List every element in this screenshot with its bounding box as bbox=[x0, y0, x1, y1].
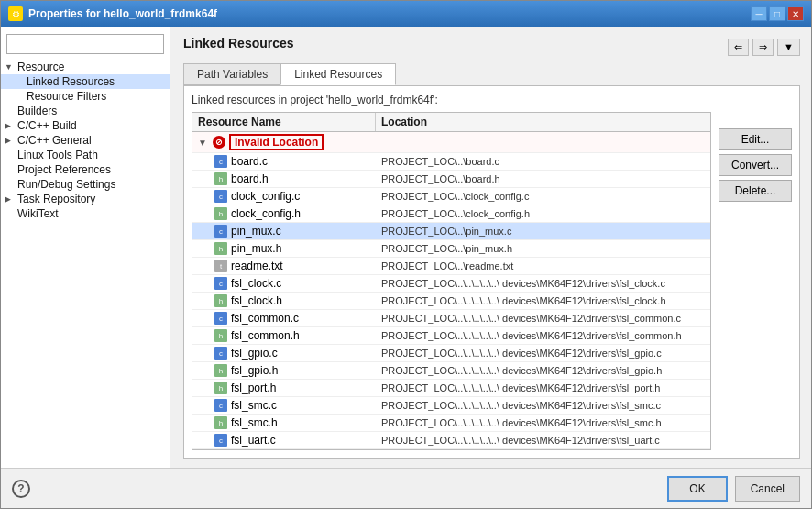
filter-input[interactable] bbox=[6, 34, 164, 54]
window-controls: ─ □ ✕ bbox=[751, 6, 804, 21]
cell-location: PROJECT_LOC\..\..\..\..\..\ devices\MK64… bbox=[376, 415, 710, 430]
main-content: ▼ Resource Linked Resources Resource Fil… bbox=[1, 27, 811, 468]
row-filename: board.h bbox=[231, 172, 269, 185]
cell-location: PROJECT_LOC\..\..\..\..\..\ devices\MK64… bbox=[376, 381, 710, 395]
title-bar: ⚙ Properties for hello_world_frdmk64f ─ … bbox=[1, 1, 811, 27]
cell-location: PROJECT_LOC\..\board.c bbox=[376, 154, 710, 169]
ok-button[interactable]: OK bbox=[667, 476, 727, 502]
tree-item-linked-resources[interactable]: Linked Resources bbox=[1, 74, 170, 89]
row-filename: fsl_common.h bbox=[231, 329, 300, 342]
cell-location: PROJECT_LOC\..\..\..\..\..\ devices\MK64… bbox=[376, 311, 710, 326]
right-panel: Linked Resources ⇐ ⇒ ▼ Path Variables Li… bbox=[170, 27, 811, 468]
table-row[interactable]: h fsl_clock.h PROJECT_LOC\..\..\..\..\..… bbox=[192, 293, 710, 310]
tree-label: Linked Resources bbox=[27, 75, 115, 88]
table-row[interactable]: h fsl_common.h PROJECT_LOC\..\..\..\..\.… bbox=[192, 327, 710, 345]
help-button[interactable]: ? bbox=[12, 480, 30, 498]
file-icon: c bbox=[214, 434, 227, 447]
invalid-location-group[interactable]: ▼ ⊘ Invalid Location bbox=[192, 132, 710, 153]
table-header: Resource Name Location bbox=[192, 113, 710, 132]
tree-label: Run/Debug Settings bbox=[17, 178, 115, 191]
minimize-button[interactable]: ─ bbox=[751, 6, 767, 21]
file-icon: h bbox=[214, 382, 227, 394]
file-icon: h bbox=[214, 364, 227, 377]
table-row[interactable]: c fsl_common.c PROJECT_LOC\..\..\..\..\.… bbox=[192, 310, 710, 327]
nav-menu-button[interactable]: ▼ bbox=[777, 39, 800, 56]
file-icon: c bbox=[214, 190, 227, 203]
invalid-location-label: Invalid Location bbox=[229, 134, 324, 150]
tree-item-resource[interactable]: ▼ Resource bbox=[1, 60, 170, 74]
table-row[interactable]: h fsl_gpio.h PROJECT_LOC\..\..\..\..\..\… bbox=[192, 362, 710, 380]
table-row[interactable]: t readme.txt PROJECT_LOC\..\readme.txt bbox=[192, 258, 710, 275]
row-filename: fsl_port.h bbox=[231, 382, 276, 394]
file-icon: c bbox=[214, 399, 227, 412]
close-button[interactable]: ✕ bbox=[787, 6, 804, 21]
cell-location: PROJECT_LOC\..\..\..\..\..\ devices\MK64… bbox=[376, 276, 710, 291]
table-row[interactable]: c fsl_gpio.c PROJECT_LOC\..\..\..\..\..\… bbox=[192, 345, 710, 362]
file-icon: h bbox=[214, 294, 227, 307]
cell-name: h fsl_gpio.h bbox=[192, 362, 376, 379]
resource-table[interactable]: Resource Name Location ▼ ⊘ Invalid Locat… bbox=[192, 112, 711, 450]
cancel-button[interactable]: Cancel bbox=[735, 476, 800, 502]
bottom-bar: ? OK Cancel bbox=[1, 468, 811, 508]
tree-item-builders[interactable]: Builders bbox=[1, 104, 170, 118]
file-icon: c bbox=[214, 155, 227, 168]
table-row[interactable]: c pin_mux.c PROJECT_LOC\..\pin_mux.c bbox=[192, 223, 710, 240]
cell-name: h board.h bbox=[192, 171, 376, 187]
tree-item-project-references[interactable]: Project References bbox=[1, 162, 170, 177]
cell-name: h fsl_smc.h bbox=[192, 415, 376, 431]
table-row[interactable]: h clock_config.h PROJECT_LOC\..\clock_co… bbox=[192, 205, 710, 223]
nav-forward-button[interactable]: ⇒ bbox=[752, 39, 774, 56]
table-row[interactable]: h pin_mux.h PROJECT_LOC\..\pin_mux.h bbox=[192, 240, 710, 258]
file-icon: c bbox=[214, 225, 227, 238]
cell-name: c clock_config.c bbox=[192, 188, 376, 205]
tree-item-cpp-build[interactable]: ▶ C/C++ Build bbox=[1, 118, 170, 133]
tree-item-run-debug[interactable]: Run/Debug Settings bbox=[1, 177, 170, 192]
expand-arrow: ▶ bbox=[5, 194, 16, 204]
expand-arrow: ▶ bbox=[5, 121, 16, 130]
tree-item-task-repository[interactable]: ▶ Task Repository bbox=[1, 192, 170, 206]
table-row[interactable]: c fsl_uart.c PROJECT_LOC\..\..\..\..\..\… bbox=[192, 432, 710, 449]
panel-body: Linked resources in project 'hello_world… bbox=[183, 85, 800, 459]
maximize-button[interactable]: □ bbox=[769, 6, 785, 21]
cell-location: PROJECT_LOC\..\clock_config.h bbox=[376, 206, 710, 221]
delete-button[interactable]: Delete... bbox=[719, 180, 792, 202]
table-row[interactable]: c fsl_smc.c PROJECT_LOC\..\..\..\..\..\ … bbox=[192, 397, 710, 415]
tree-item-linux-tools[interactable]: Linux Tools Path bbox=[1, 148, 170, 162]
cell-location: PROJECT_LOC\..\..\..\..\..\ devices\MK64… bbox=[376, 293, 710, 308]
row-filename: fsl_gpio.c bbox=[231, 347, 278, 360]
file-icon: c bbox=[214, 277, 227, 290]
cell-location: PROJECT_LOC\..\..\..\..\..\ devices\MK64… bbox=[376, 398, 710, 413]
tree-item-resource-filters[interactable]: Resource Filters bbox=[1, 89, 170, 104]
cell-name: c pin_mux.c bbox=[192, 223, 376, 239]
edit-button[interactable]: Edit... bbox=[719, 128, 792, 150]
right-buttons: Edit... Convert... Delete... bbox=[719, 112, 792, 450]
table-row[interactable]: c clock_config.c PROJECT_LOC\..\clock_co… bbox=[192, 188, 710, 205]
convert-button[interactable]: Convert... bbox=[719, 154, 792, 176]
table-row[interactable]: c board.c PROJECT_LOC\..\board.c bbox=[192, 153, 710, 171]
cell-name: h pin_mux.h bbox=[192, 240, 376, 257]
table-row[interactable]: h fsl_smc.h PROJECT_LOC\..\..\..\..\..\ … bbox=[192, 415, 710, 432]
cell-location: PROJECT_LOC\..\readme.txt bbox=[376, 259, 710, 273]
tree-item-wikitext[interactable]: WikiText bbox=[1, 206, 170, 221]
cell-location: PROJECT_LOC\..\..\..\..\..\ devices\MK64… bbox=[376, 328, 710, 343]
tab-linked-resources[interactable]: Linked Resources bbox=[280, 63, 396, 85]
table-row[interactable]: h board.h PROJECT_LOC\..\board.h bbox=[192, 171, 710, 188]
table-row[interactable]: c fsl_clock.c PROJECT_LOC\..\..\..\..\..… bbox=[192, 275, 710, 293]
file-icon: h bbox=[214, 207, 227, 220]
tree-item-cpp-general[interactable]: ▶ C/C++ General bbox=[1, 133, 170, 148]
cell-location: PROJECT_LOC\..\board.h bbox=[376, 172, 710, 186]
spacer bbox=[5, 180, 16, 189]
left-panel: ▼ Resource Linked Resources Resource Fil… bbox=[1, 27, 170, 468]
cell-name: c fsl_common.c bbox=[192, 310, 376, 326]
tabs-row: Path Variables Linked Resources bbox=[183, 63, 800, 85]
nav-back-button[interactable]: ⇐ bbox=[728, 39, 749, 56]
row-filename: clock_config.h bbox=[231, 207, 301, 220]
tree-label: WikiText bbox=[17, 207, 59, 220]
cell-name: h fsl_port.h bbox=[192, 380, 376, 396]
row-filename: pin_mux.h bbox=[231, 242, 281, 255]
row-filename: readme.txt bbox=[231, 260, 283, 272]
dialog-buttons: OK Cancel bbox=[667, 476, 800, 502]
tab-path-variables[interactable]: Path Variables bbox=[183, 63, 281, 85]
tree-label: C/C++ General bbox=[17, 134, 92, 147]
table-row[interactable]: h fsl_port.h PROJECT_LOC\..\..\..\..\..\… bbox=[192, 380, 710, 397]
